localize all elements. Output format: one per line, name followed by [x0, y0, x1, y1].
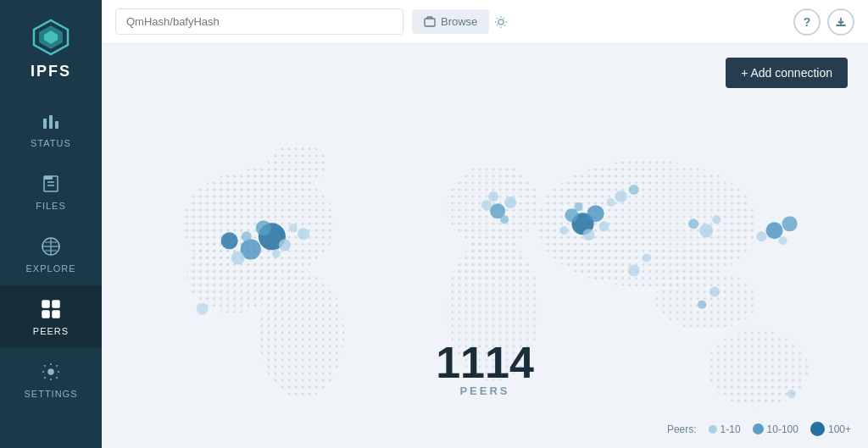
legend-label: Peers: — [667, 423, 697, 435]
svg-point-40 — [221, 232, 238, 249]
world-map-area: 1114 PEERS Peers: 1-10 10-100 100+ — [102, 102, 868, 448]
svg-rect-5 — [55, 121, 58, 129]
sidebar-item-settings[interactable]: SETTINGS — [0, 348, 102, 411]
ipfs-logo-icon — [31, 17, 71, 58]
svg-point-44 — [500, 215, 509, 224]
sidebar: IPFS STATUS FILES EXPLORE — [0, 0, 102, 448]
svg-rect-16 — [53, 301, 59, 307]
search-input[interactable] — [115, 8, 403, 35]
svg-point-42 — [504, 196, 516, 208]
sidebar-item-status-label: STATUS — [31, 138, 71, 148]
sidebar-nav: STATUS FILES EXPLORE — [0, 97, 102, 448]
topbar: Browse ? — [102, 0, 868, 44]
browse-button[interactable]: Browse — [412, 9, 489, 34]
svg-point-66 — [787, 390, 796, 398]
sidebar-item-explore-label: EXPLORE — [26, 263, 76, 274]
download-button[interactable] — [827, 8, 854, 36]
svg-point-67 — [615, 191, 627, 202]
svg-point-64 — [298, 228, 309, 240]
browse-icon — [424, 16, 436, 28]
svg-point-53 — [699, 224, 713, 237]
svg-point-61 — [698, 301, 706, 309]
svg-point-55 — [712, 215, 721, 224]
svg-point-56 — [765, 222, 782, 239]
svg-point-58 — [756, 231, 766, 241]
app-name: IPFS — [31, 63, 71, 80]
svg-rect-15 — [42, 301, 49, 307]
topbar-actions: ? — [793, 8, 854, 36]
svg-point-27 — [447, 236, 540, 381]
svg-rect-3 — [43, 119, 47, 129]
svg-point-36 — [231, 251, 245, 264]
status-icon — [39, 109, 63, 133]
legend-item-10-100: 10-100 — [753, 423, 798, 435]
sidebar-item-explore[interactable]: EXPLORE — [0, 223, 102, 285]
svg-point-52 — [559, 226, 568, 235]
legend-label-10-100: 10-100 — [767, 423, 798, 435]
svg-point-62 — [628, 264, 640, 276]
sidebar-item-peers[interactable]: PEERS — [0, 285, 102, 348]
legend-label-1-10: 1-10 — [721, 423, 741, 435]
svg-point-25 — [259, 270, 344, 398]
svg-point-35 — [279, 239, 291, 251]
settings-icon — [39, 360, 63, 384]
svg-point-19 — [48, 369, 53, 374]
peers-content: + Add connection — [102, 44, 868, 448]
legend-bar: Peers: 1-10 10-100 100+ — [667, 422, 851, 436]
svg-point-51 — [574, 202, 582, 211]
svg-point-54 — [688, 218, 698, 229]
svg-point-43 — [481, 200, 492, 210]
peers-icon — [39, 297, 63, 321]
svg-point-69 — [607, 198, 615, 207]
svg-rect-17 — [42, 311, 49, 318]
download-icon — [835, 16, 847, 28]
svg-point-68 — [629, 185, 639, 195]
svg-point-34 — [256, 220, 271, 235]
svg-point-59 — [779, 236, 787, 245]
svg-point-65 — [289, 224, 298, 232]
svg-point-60 — [709, 287, 720, 297]
sidebar-item-files-label: FILES — [36, 201, 66, 211]
sidebar-item-peers-label: PEERS — [33, 326, 69, 336]
svg-point-63 — [643, 253, 651, 262]
legend-item-100plus: 100+ — [810, 422, 851, 436]
help-icon: ? — [804, 15, 811, 29]
add-connection-bar: + Add connection — [102, 44, 868, 102]
logo: IPFS — [31, 8, 71, 97]
svg-point-29 — [655, 270, 758, 329]
svg-point-48 — [565, 208, 578, 222]
browse-label: Browse — [441, 15, 477, 28]
legend-label-100plus: 100+ — [828, 423, 851, 435]
legend-dot-large — [810, 422, 825, 436]
sidebar-item-status[interactable]: STATUS — [0, 97, 102, 160]
legend-item-1-10: 1-10 — [709, 423, 741, 435]
svg-rect-18 — [53, 311, 59, 318]
sidebar-item-files[interactable]: FILES — [0, 160, 102, 223]
legend-dot-medium — [753, 423, 764, 434]
legend-dot-small — [709, 425, 717, 434]
add-connection-button[interactable]: + Add connection — [726, 58, 848, 88]
svg-rect-4 — [49, 115, 53, 129]
svg-point-37 — [242, 231, 252, 241]
help-button[interactable]: ? — [793, 8, 821, 36]
svg-point-38 — [272, 249, 281, 257]
svg-point-49 — [583, 229, 595, 241]
svg-point-39 — [196, 303, 208, 315]
svg-rect-20 — [425, 19, 435, 26]
svg-point-50 — [599, 221, 609, 231]
explore-icon — [39, 235, 63, 258]
add-connection-label: + Add connection — [741, 66, 832, 80]
settings-small-icon — [494, 15, 508, 29]
files-icon — [39, 172, 63, 196]
svg-point-28 — [536, 160, 757, 288]
main-content: Browse ? + Add connection — [102, 0, 868, 448]
svg-point-47 — [587, 205, 604, 222]
sidebar-item-settings-label: SETTINGS — [24, 389, 77, 399]
world-map — [102, 102, 868, 448]
svg-point-31 — [268, 143, 327, 185]
svg-point-57 — [782, 216, 798, 231]
svg-point-45 — [488, 191, 498, 202]
svg-point-21 — [498, 19, 504, 25]
